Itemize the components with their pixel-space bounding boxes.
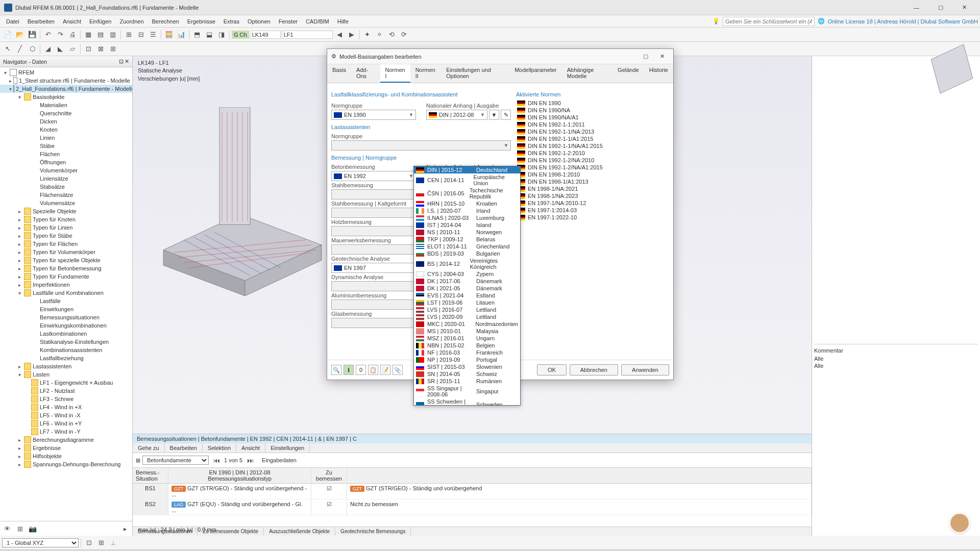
tree-item[interactable]: Stäbe [0, 142, 132, 150]
tree-item[interactable]: ▸Typen für Stäbe [0, 232, 132, 240]
dialog-maximize[interactable]: ▢ [639, 51, 653, 62]
keyword-search[interactable] [723, 17, 815, 26]
tree-item[interactable]: LF7 - Wind in -Y [0, 428, 132, 436]
prev-icon[interactable]: ◀ [334, 29, 345, 40]
dropdown-item[interactable]: TKP | 2009-12Belarus [414, 236, 520, 243]
tree-item[interactable]: ▸Typen für Linien [0, 223, 132, 232]
tree-item[interactable]: Kombinationsassistenten [0, 346, 132, 354]
table-row[interactable]: BS1GZT GZT (STR/GEO) - Ständig und vorüb… [133, 484, 812, 499]
menu-bearbeiten[interactable]: Bearbeiten [23, 17, 59, 26]
tree-item[interactable]: Flächensätze [0, 191, 132, 199]
cancel-button[interactable]: Abbrechen [570, 364, 618, 375]
last-icon[interactable]: ⏭ [244, 455, 256, 466]
menu-einfügen[interactable]: Einfügen [85, 17, 115, 26]
note-icon[interactable]: 📝 [380, 365, 390, 375]
tree-item[interactable]: Flächen [0, 150, 132, 158]
tb-btn[interactable]: ⟂ [108, 537, 119, 548]
minimize-button[interactable]: — [905, 2, 928, 14]
beton-select[interactable]: EN 1992▼ [331, 171, 416, 181]
nav-view-icon[interactable]: 👁 [2, 523, 13, 534]
tb-btn[interactable]: ▤ [95, 29, 106, 40]
tree-item[interactable]: Lastkombinationen [0, 330, 132, 338]
tree-item[interactable]: ▸Typen für Fundamente [0, 272, 132, 281]
tb-btn[interactable]: ⬡ [27, 43, 38, 55]
open-icon[interactable]: 📂 [14, 29, 26, 40]
user-avatar[interactable] [949, 513, 970, 533]
dialog-tab[interactable]: Normen II [410, 64, 442, 83]
coord-select[interactable]: 1 - Global XYZ [2, 538, 79, 547]
tb-btn[interactable]: ⬒ [191, 29, 203, 40]
cursor-icon[interactable]: ↖ [2, 43, 13, 55]
line-icon[interactable]: ╱ [14, 43, 26, 55]
tree-item[interactable]: Linien [0, 134, 132, 142]
nav-more-icon[interactable]: ▸ [119, 523, 131, 534]
filter-icon[interactable]: ▼ [489, 110, 499, 120]
dialog-tab[interactable]: Add-Ons [351, 64, 380, 83]
apply-button[interactable]: Anwenden [621, 364, 669, 375]
dialog-tab[interactable]: Gelände [612, 64, 644, 83]
close-button[interactable]: ✕ [953, 2, 976, 14]
table-row[interactable]: BS2LAG GZT (EQU) - Ständig und vorüberge… [133, 499, 812, 515]
dropdown-item[interactable]: NBN | 2015-02Belgien [414, 342, 520, 349]
dropdown-item[interactable]: EVS | 2021-04Estland [414, 292, 520, 299]
tree-item[interactable]: Querschnitte [0, 109, 132, 117]
clip-icon[interactable]: 📎 [393, 365, 403, 375]
dropdown-item[interactable]: SR | 2015-11Rumänien [414, 378, 520, 385]
dialog-tab[interactable]: Einstellungen und Optionen [441, 64, 509, 83]
tb-btn[interactable]: ◨ [216, 29, 227, 40]
dropdown-item[interactable]: MS | 2010-01Malaysia [414, 328, 520, 335]
tb-btn[interactable]: ▥ [107, 29, 118, 40]
bottom-subtab[interactable]: Geotechnische Bemessungs [335, 527, 411, 536]
tree-item[interactable]: LF3 - Schnee [0, 395, 132, 403]
dropdown-item[interactable]: SIST | 2015-03Slowenien [414, 363, 520, 370]
tree-item[interactable]: Einwirkungen [0, 305, 132, 313]
dialog-tab[interactable]: Abhängige Modelle [562, 64, 612, 83]
menu-datei[interactable]: Datei [2, 17, 23, 26]
reset-icon[interactable]: 0 [356, 365, 366, 375]
globe-icon[interactable]: 🌐 [818, 18, 825, 24]
tb-btn[interactable]: ⟳ [399, 29, 410, 40]
copy-icon[interactable]: 📋 [368, 365, 378, 375]
tb-btn[interactable]: 📊 [176, 29, 187, 40]
dropdown-item[interactable]: NP | 2019-09Portugal [414, 356, 520, 363]
dropdown-item[interactable]: LVS | 2016-07Lettland [414, 306, 520, 313]
dropdown-item[interactable]: CEN | 2014-11Europäische Union [414, 173, 520, 187]
dropdown-item[interactable]: DIN | 2015-12Deutschland [414, 166, 520, 173]
info-icon[interactable]: ℹ [344, 365, 354, 375]
edit-icon[interactable]: ✎ [501, 110, 511, 120]
dropdown-item[interactable]: LST | 2019-06Litauen [414, 299, 520, 306]
close-icon[interactable]: ✕ [125, 58, 129, 65]
tree-item[interactable]: Bemessungssituationen [0, 313, 132, 321]
dialog-tab[interactable]: Normen I [380, 64, 410, 83]
tree-item[interactable]: Lastfallbeziehung [0, 354, 132, 362]
bottom-tab[interactable]: Einstellungen [265, 443, 310, 453]
tree-item[interactable]: ▸Typen für spezielle Objekte [0, 256, 132, 264]
tree-item[interactable]: ▸Hilfsobjekte [0, 452, 132, 460]
new-icon[interactable]: 📄 [2, 29, 13, 40]
tree-item[interactable]: ▸Typen für Volumenkörper [0, 248, 132, 256]
tb-btn[interactable]: ⊡ [83, 537, 94, 548]
navigator-tree[interactable]: ▾RFEM▸1_Steel structure.rf6 | Fundamente… [0, 67, 132, 521]
tree-item[interactable]: Öffnungen [0, 158, 132, 166]
bottom-tab[interactable]: Gehe zu [133, 443, 165, 453]
tree-item[interactable]: LF4 - Wind in +X [0, 403, 132, 411]
help-icon[interactable]: 🔍 [331, 365, 341, 375]
dropdown-item[interactable]: SS Schweden | 2014-12Schweden [414, 398, 520, 406]
bottom-tab[interactable]: Bearbeiten [165, 443, 203, 453]
tree-item[interactable]: ▸Ergebnisse [0, 444, 132, 452]
dropdown-item[interactable]: ELOT | 2014-11Griechenland [414, 243, 520, 250]
tb-btn[interactable]: ◢ [42, 43, 54, 55]
tree-item[interactable]: Materialien [0, 101, 132, 109]
tree-item[interactable]: ▸Spezielle Objekte [0, 207, 132, 215]
nav-prop-icon[interactable]: ⊞ [14, 523, 26, 534]
tree-item[interactable]: Liniensätze [0, 174, 132, 183]
tree-item[interactable]: LF5 - Wind in -X [0, 411, 132, 419]
tb-btn[interactable]: ⊞ [107, 43, 118, 55]
dropdown-item[interactable]: DK | 2017-06Dänemark [414, 278, 520, 285]
dropdown-item[interactable]: HRN | 2015-10Kroatien [414, 200, 520, 207]
dropdown-item[interactable]: MKC | 2020-01Nordmazedonien [414, 320, 520, 328]
menu-cad/bim[interactable]: CAD/BIM [302, 17, 333, 26]
save-icon[interactable]: 💾 [27, 29, 38, 40]
bottom-combo[interactable]: Betonfundamente [142, 456, 209, 465]
maximize-button[interactable]: ▢ [929, 2, 952, 14]
